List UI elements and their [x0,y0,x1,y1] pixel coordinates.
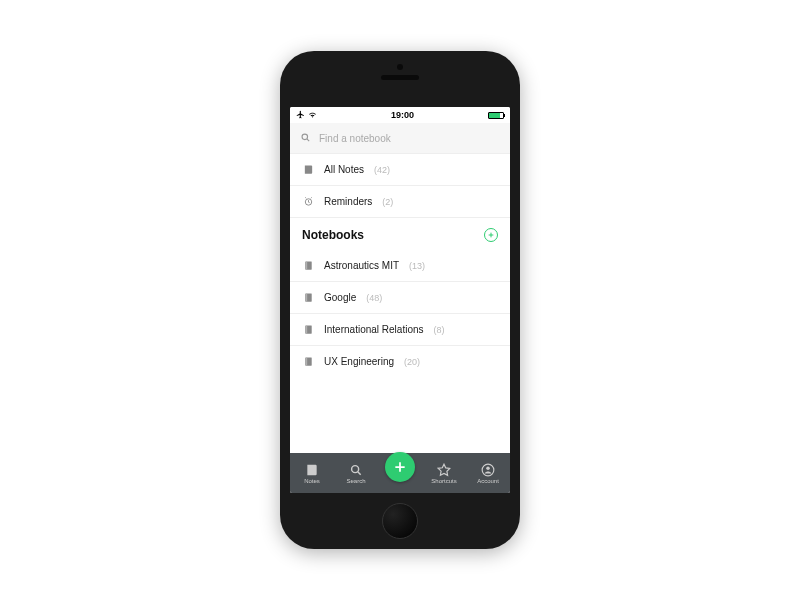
tab-bar: Notes Search . Shortcuts Account [290,453,510,493]
notebooks-section-header: Notebooks [290,218,510,250]
all-notes-label: All Notes [324,164,364,175]
svg-rect-12 [306,357,307,365]
reminders-label: Reminders [324,196,372,207]
new-note-button[interactable] [385,452,415,482]
tab-account-label: Account [477,478,499,484]
status-left [296,110,317,121]
home-button[interactable] [382,503,418,539]
clock-icon [302,196,314,207]
notebook-row[interactable]: Google (48) [290,282,510,314]
note-icon [302,164,314,175]
notebook-count: (8) [434,325,445,335]
all-notes-row[interactable]: All Notes (42) [290,154,510,186]
tab-account[interactable]: Account [466,463,510,484]
screen: 19:00 All Notes (42) [290,107,510,493]
tab-shortcuts-label: Shortcuts [431,478,456,484]
notebook-count: (48) [366,293,382,303]
notebook-count: (13) [409,261,425,271]
notebook-label: Google [324,292,356,303]
notebook-row[interactable]: International Relations (8) [290,314,510,346]
svg-point-16 [486,466,490,470]
notebooks-title: Notebooks [302,228,364,242]
battery-level [489,113,500,118]
status-right [488,112,504,119]
notebook-count: (20) [404,357,420,367]
reminders-count: (2) [382,197,393,207]
notebook-label: UX Engineering [324,356,394,367]
notebook-icon [302,292,314,303]
content-list: All Notes (42) Reminders (2) Notebooks [290,154,510,453]
wifi-icon [308,110,317,121]
svg-line-14 [358,471,361,474]
svg-rect-10 [306,325,307,333]
search-bar[interactable] [290,123,510,154]
reminders-row[interactable]: Reminders (2) [290,186,510,218]
notebook-row[interactable]: UX Engineering (20) [290,346,510,377]
notebook-icon [302,356,314,367]
airplane-mode-icon [296,110,305,121]
tab-search[interactable]: Search [334,463,378,484]
notebook-row[interactable]: Astronautics MIT (13) [290,250,510,282]
phone-frame: 19:00 All Notes (42) [280,51,520,549]
notebook-icon [302,260,314,271]
tab-shortcuts[interactable]: Shortcuts [422,463,466,484]
notebook-label: Astronautics MIT [324,260,399,271]
notebook-label: International Relations [324,324,424,335]
tab-notes-label: Notes [304,478,320,484]
svg-point-0 [302,134,308,140]
status-time: 19:00 [391,110,414,120]
notebook-icon [302,324,314,335]
search-icon [300,129,311,147]
status-bar: 19:00 [290,107,510,123]
svg-rect-8 [306,293,307,301]
battery-icon [488,112,504,119]
tab-search-label: Search [346,478,365,484]
tab-notes[interactable]: Notes [290,463,334,484]
add-notebook-button[interactable] [484,228,498,242]
search-input[interactable] [319,133,500,144]
svg-line-1 [307,139,309,141]
svg-point-13 [352,465,359,472]
all-notes-count: (42) [374,165,390,175]
svg-rect-6 [306,261,307,269]
